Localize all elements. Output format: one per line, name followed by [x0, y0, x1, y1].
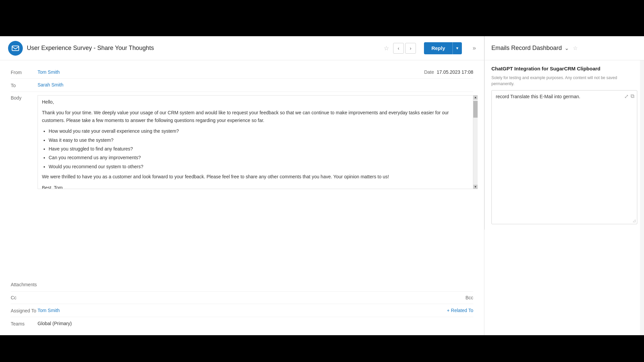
date-label: Date: [424, 69, 434, 75]
reply-dropdown-icon: ▾: [456, 46, 459, 51]
body-questions-list: How would you rate your overall experien…: [49, 127, 469, 170]
right-panel-wrapper: Emails Record Dashboard ⌄ ☆ ChatGPT Inte…: [484, 36, 644, 335]
email-title: User Experience Survey - Share Your Thou…: [27, 45, 377, 52]
right-panel-header: Emails Record Dashboard ⌄ ☆: [485, 36, 644, 60]
teams-label: Teams: [11, 320, 38, 326]
reply-button-group: Reply ▾: [424, 42, 462, 54]
assigned-row: Assigned To Tom Smith + Related To: [11, 304, 473, 317]
to-value[interactable]: Sarah Smith: [38, 82, 63, 87]
email-icon: [8, 41, 23, 56]
from-value[interactable]: Tom Smith: [38, 69, 60, 75]
reply-dropdown-button[interactable]: ▾: [452, 42, 462, 54]
body-question-item: How would you rate your overall experien…: [49, 127, 469, 135]
nav-arrows: ‹ ›: [393, 43, 416, 54]
right-panel-content: ChatGPT Integration for SugarCRM Clipboa…: [485, 60, 644, 230]
chatgpt-textarea-wrapper: ⤢ ⧉ ⊿: [491, 90, 637, 224]
body-question-item: Have you struggled to find any features?: [49, 145, 469, 153]
body-area: Body Hello, Thank you for your time. We …: [11, 92, 473, 277]
next-arrow[interactable]: ›: [405, 43, 416, 54]
chatgpt-textarea[interactable]: [492, 90, 637, 224]
body-greeting: Hello,: [42, 98, 469, 106]
scroll-thumb[interactable]: [473, 101, 478, 118]
body-question-item: Can you recommend us any improvements?: [49, 154, 469, 161]
assigned-to-label: Assigned To: [11, 307, 38, 313]
star-right-icon[interactable]: ☆: [573, 45, 578, 51]
right-panel: Emails Record Dashboard ⌄ ☆ ChatGPT Inte…: [484, 36, 644, 230]
related-to-button[interactable]: + Related To: [447, 308, 473, 313]
body-scrollbar[interactable]: ▲ ▼: [473, 95, 478, 189]
prev-arrow[interactable]: ‹: [393, 43, 404, 54]
body-text: Hello, Thank you for your time. We deepl…: [42, 98, 469, 189]
teams-row: Teams Global (Primary): [11, 317, 473, 330]
copy-icon[interactable]: ⧉: [631, 93, 634, 100]
double-arrow-icon[interactable]: »: [473, 45, 476, 52]
to-label: To: [11, 82, 38, 88]
chevron-down-icon[interactable]: ⌄: [565, 45, 569, 51]
textarea-icons: ⤢ ⧉: [624, 93, 634, 100]
body-question-item: Would you recommend our system to others…: [49, 163, 469, 170]
body-question-item: Was it easy to use the system?: [49, 136, 469, 144]
body-label: Body: [11, 95, 38, 101]
cc-bcc-row: Cc Bcc: [11, 292, 473, 304]
to-row: To Sarah Smith: [11, 79, 473, 92]
body-closing: We were thrilled to have you as a custom…: [42, 173, 469, 180]
svg-rect-0: [12, 46, 19, 51]
right-scrollbar[interactable]: [640, 60, 644, 335]
body-text-container[interactable]: Hello, Thank you for your time. We deepl…: [38, 95, 473, 189]
attachments-label: Attachments: [11, 281, 38, 287]
email-header: User Experience Survey - Share Your Thou…: [0, 36, 484, 60]
email-content: From Tom Smith Date 17.05.2023 17:08 To …: [0, 60, 484, 335]
from-label: From: [11, 69, 38, 75]
right-panel-title: Emails Record Dashboard: [491, 45, 562, 52]
chatgpt-title: ChatGPT Integration for SugarCRM Clipboa…: [491, 66, 637, 71]
cc-label: Cc: [11, 295, 38, 300]
bcc-label: Bcc: [466, 295, 473, 300]
from-row: From Tom Smith Date 17.05.2023 17:08: [11, 66, 473, 79]
body-sign: Best, Tom: [42, 184, 469, 189]
assigned-to-value[interactable]: Tom Smith: [38, 308, 60, 313]
body-para1: Thank you for your time. We deeply value…: [42, 109, 469, 124]
scroll-down-arrow[interactable]: ▼: [473, 185, 478, 189]
expand-icon[interactable]: ⤢: [624, 93, 629, 100]
star-icon[interactable]: ☆: [384, 45, 389, 52]
reply-button[interactable]: Reply: [424, 42, 452, 54]
teams-value: Global (Primary): [38, 321, 72, 326]
scroll-up-arrow[interactable]: ▲: [473, 95, 478, 100]
attachments-row: Attachments: [11, 277, 473, 292]
resize-handle[interactable]: ⊿: [632, 218, 636, 223]
chatgpt-subtitle: Solely for testing and example purposes.…: [491, 75, 637, 87]
date-value: 17.05.2023 17:08: [437, 69, 473, 75]
